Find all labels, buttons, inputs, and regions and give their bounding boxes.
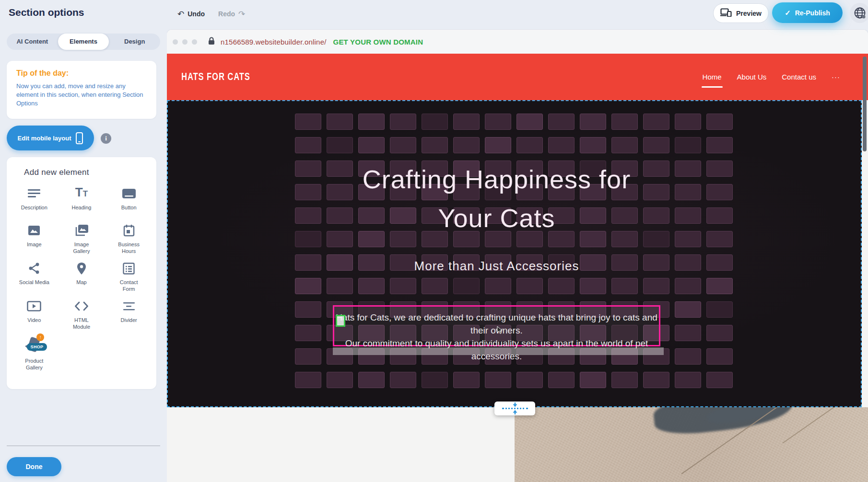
tile-grout-line-2 (783, 407, 862, 444)
element-social-media[interactable]: Social Media (11, 261, 58, 292)
element-product-gallery[interactable]: ↑ SHOP Product Gallery (11, 336, 58, 371)
element-hover-strip (333, 347, 664, 355)
divider-icon (123, 298, 135, 314)
check-icon: ✓ (785, 9, 791, 17)
tip-of-the-day-card: Tip of the day: Now you can add, move an… (7, 61, 156, 119)
republish-button[interactable]: ✓ Re-Publish (772, 2, 843, 23)
button-icon (122, 186, 136, 201)
undo-icon: ↶ (177, 9, 184, 19)
map-pin-icon (77, 261, 86, 276)
globe-icon (854, 7, 866, 19)
redo-icon: ↷ (238, 9, 245, 19)
element-divider[interactable]: Divider (105, 298, 152, 330)
hero-content: Crafting Happiness for Your Cats More th… (167, 100, 826, 274)
site-header: HATS FOR CATS Home About Us Contact us ·… (167, 54, 868, 100)
section-options-panel: Section options AI Content Elements Desi… (0, 0, 167, 482)
video-icon (27, 298, 41, 314)
tip-body: Now you can add, move and resize any ele… (16, 82, 147, 108)
upgrade-arrow-badge: ↑ (36, 333, 44, 341)
element-contact-form[interactable]: Contact Form (105, 261, 152, 292)
nav-more-menu[interactable]: ··· (832, 70, 840, 84)
app: Section options AI Content Elements Desi… (0, 0, 868, 482)
next-section[interactable] (167, 407, 868, 482)
description-icon (27, 186, 41, 201)
page-scrollbar-thumb[interactable] (863, 57, 867, 151)
selected-text-element[interactable]: Hats for Cats, we are dedicated to craft… (333, 305, 660, 346)
product-gallery-icon: ↑ SHOP (23, 336, 45, 355)
element-heading[interactable]: TT Heading (58, 186, 106, 217)
hero-section-selected[interactable]: Crafting Happiness for Your Cats More th… (167, 100, 862, 407)
preview-button[interactable]: Preview (713, 3, 769, 23)
floor-photo (515, 407, 868, 482)
site-canvas: HATS FOR CATS Home About Us Contact us ·… (167, 54, 868, 482)
element-map[interactable]: Map (58, 261, 106, 292)
site-nav: Home About Us Contact us ··· (703, 70, 840, 84)
site-logo[interactable]: HATS FOR CATS (181, 70, 250, 83)
element-description[interactable]: Description (11, 186, 58, 217)
section-resize-handle[interactable] (494, 402, 535, 415)
social-media-icon (28, 261, 40, 276)
devices-icon (720, 8, 732, 18)
drag-handle[interactable] (336, 315, 345, 327)
browser-preview-panel: n1566589.websitebuilder.online/ GET YOUR… (167, 30, 868, 482)
element-button[interactable]: Button (105, 186, 152, 217)
hero-heading[interactable]: Crafting Happiness for Your Cats (167, 160, 826, 238)
done-button[interactable]: Done (7, 457, 61, 476)
tab-design[interactable]: Design (109, 34, 160, 50)
business-hours-icon (123, 223, 135, 238)
tab-ai-content[interactable]: AI Content (7, 34, 58, 50)
language-globe-button[interactable] (850, 3, 868, 23)
undo-button[interactable]: ↶ Undo (177, 9, 205, 19)
lock-icon (208, 37, 215, 47)
window-dot-2 (182, 39, 188, 45)
mouse-cursor (497, 326, 503, 336)
element-video[interactable]: Video (11, 298, 58, 330)
nav-about-us[interactable]: About Us (737, 70, 767, 84)
arrow-up-icon (512, 410, 518, 414)
arrow-down-icon (512, 402, 518, 407)
element-image[interactable]: Image (11, 223, 58, 254)
drag-dots (502, 408, 528, 409)
heading-icon: TT (75, 186, 88, 201)
contact-form-icon (123, 261, 135, 276)
tip-heading: Tip of the day: (16, 69, 147, 78)
redo-button[interactable]: Redo ↷ (218, 9, 245, 19)
window-dot-3 (192, 39, 197, 45)
get-your-own-domain-link[interactable]: GET YOUR OWN DOMAIN (333, 38, 423, 46)
sidebar-divider (7, 446, 160, 446)
element-image-gallery[interactable]: Image Gallery (58, 223, 106, 254)
element-business-hours[interactable]: Business Hours (105, 223, 152, 254)
element-grid: Description TT Heading Button Ima (11, 186, 152, 371)
panel-tabs: AI Content Elements Design (7, 34, 160, 50)
panel-title: Section options (9, 7, 84, 18)
nav-home[interactable]: Home (703, 70, 722, 84)
site-url: n1566589.websitebuilder.online/ (221, 38, 327, 46)
code-icon (74, 298, 89, 314)
image-gallery-icon (74, 223, 89, 238)
add-element-title: Add new element (11, 168, 152, 177)
edit-mobile-layout-label: Edit mobile layout (18, 135, 71, 142)
browser-chrome: n1566589.websitebuilder.online/ GET YOUR… (167, 30, 868, 54)
nav-contact-us[interactable]: Contact us (782, 70, 816, 84)
history-controls: ↶ Undo Redo ↷ (177, 7, 245, 21)
window-dot-1 (173, 39, 178, 45)
edit-mobile-layout-button[interactable]: Edit mobile layout (7, 126, 94, 150)
image-icon (28, 223, 40, 238)
element-html-module[interactable]: HTML Module (58, 298, 106, 330)
shop-badge: SHOP (27, 343, 47, 351)
info-icon[interactable]: i (101, 133, 111, 144)
hero-subtitle[interactable]: More than Just Accessories (167, 259, 826, 274)
tab-elements[interactable]: Elements (58, 34, 109, 50)
phone-icon (76, 132, 83, 144)
add-element-card: Add new element Description TT Heading (7, 157, 156, 389)
